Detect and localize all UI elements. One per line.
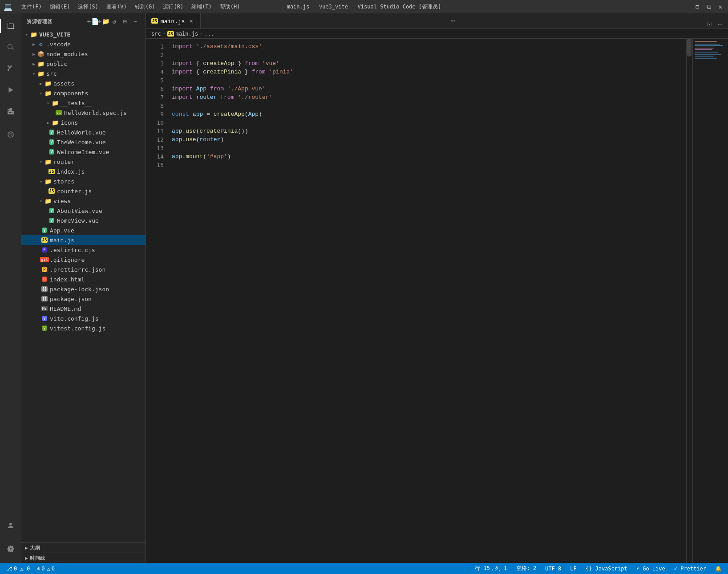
status-prettier[interactable]: ✓ Prettier xyxy=(672,563,708,574)
tree-main-js[interactable]: JS main.js xyxy=(21,235,146,245)
code-content[interactable]: import './assets/main.css' import { crea… xyxy=(168,39,686,563)
tree-node-modules[interactable]: ▶ 📦 node_modules xyxy=(21,49,146,59)
scrollbar-thumb[interactable] xyxy=(687,39,692,57)
status-git[interactable]: ⎇ 0 △ 0 xyxy=(4,563,32,574)
node-modules-arrow[interactable]: ▶ xyxy=(30,50,37,57)
vscode-arrow[interactable]: ▶ xyxy=(30,41,37,48)
titlebar-menu-F[interactable]: 文件(F) xyxy=(18,2,45,12)
tree-homeview-vue[interactable]: V HomeView.vue xyxy=(21,216,146,225)
split-editor-button[interactable]: ⊡ xyxy=(705,20,714,28)
tree-components[interactable]: ▾ 📁 components xyxy=(21,88,146,98)
hv-spacer xyxy=(44,217,48,224)
tab-close-button[interactable]: × xyxy=(188,17,195,24)
assets-arrow[interactable]: ▶ xyxy=(37,80,44,87)
breadcrumb-dots[interactable]: ... xyxy=(204,31,214,37)
tree-package-lock[interactable]: {} package-lock.json xyxy=(21,284,146,294)
tab-main-js[interactable]: JS main.js × xyxy=(146,13,201,28)
close-button[interactable]: ✕ xyxy=(716,3,724,11)
more-actions-icon[interactable]: ⋯ xyxy=(131,17,140,26)
tree-helloworld-vue[interactable]: V HelloWorld.vue xyxy=(21,127,146,137)
activity-account[interactable] xyxy=(0,515,21,536)
tree-eslintrc[interactable]: E .eslintrc.cjs xyxy=(21,245,146,255)
titlebar-menu-S[interactable]: 选择(S) xyxy=(74,2,102,12)
titlebar-menu-V[interactable]: 查看(V) xyxy=(103,2,130,12)
status-position[interactable]: 行 15，列 1 xyxy=(473,563,509,574)
tree-tests[interactable]: ▾ 📁 __tests__ xyxy=(21,98,146,108)
tree-icons[interactable]: ▶ 📁 icons xyxy=(21,118,146,127)
tree-thewelcome-vue[interactable]: V TheWelcome.vue xyxy=(21,137,146,147)
tree-public[interactable]: ▶ 📁 public xyxy=(21,59,146,69)
icons-arrow[interactable]: ▶ xyxy=(44,119,52,126)
line-number-8: 8 xyxy=(146,102,164,110)
new-folder-icon[interactable]: +📁 xyxy=(99,17,108,26)
breadcrumb-src[interactable]: src xyxy=(151,31,161,37)
timeline-header[interactable]: ▶ 时间线 xyxy=(21,553,146,563)
tree-gitignore[interactable]: git .gitignore xyxy=(21,255,146,265)
activity-settings[interactable] xyxy=(0,538,21,559)
status-notifications[interactable]: 🔔 xyxy=(713,563,724,574)
tab-more-button[interactable]: ⋯ xyxy=(446,13,459,28)
titlebar-menu-H[interactable]: 帮助(H) xyxy=(216,2,244,12)
editor-scrollbar[interactable] xyxy=(686,39,692,563)
tree-app-vue[interactable]: V App.vue xyxy=(21,225,146,235)
status-eol[interactable]: LF xyxy=(568,563,578,574)
tree-readme[interactable]: M↓ README.md xyxy=(21,304,146,313)
tree-counter-js[interactable]: JS counter.js xyxy=(21,186,146,196)
router-arrow[interactable]: ▾ xyxy=(37,158,44,165)
tree-assets[interactable]: ▶ 📁 assets xyxy=(21,78,146,88)
tree-router[interactable]: ▾ 📁 router xyxy=(21,157,146,167)
new-file-icon[interactable]: +📄 xyxy=(89,17,97,26)
components-arrow[interactable]: ▾ xyxy=(37,90,44,97)
maximize-button[interactable]: ⧉ xyxy=(705,3,713,11)
activity-explorer[interactable] xyxy=(0,15,21,37)
line-number-15: 15 xyxy=(146,161,164,169)
stores-icon: 📁 xyxy=(44,178,52,185)
refresh-icon[interactable]: ↺ xyxy=(110,17,119,26)
tree-views[interactable]: ▾ 📁 views xyxy=(21,196,146,206)
tree-aboutview-vue[interactable]: V AboutView.vue xyxy=(21,206,146,216)
stores-arrow[interactable]: ▾ xyxy=(37,178,44,185)
collapse-all-icon[interactable]: ⊟ xyxy=(121,17,129,26)
titlebar-menu-T[interactable]: 终端(T) xyxy=(188,2,215,12)
timeline-label: 时间线 xyxy=(30,555,45,562)
minimize-button[interactable]: ⊟ xyxy=(693,3,701,11)
titlebar-menu-G[interactable]: 转到(G) xyxy=(131,2,159,12)
tree-project-root[interactable]: ▾ 📁 VUE3_VITE xyxy=(21,29,146,39)
tree-src[interactable]: ▾ 📁 src xyxy=(21,69,146,78)
editor-more-button[interactable]: ⋯ xyxy=(716,20,724,28)
status-language[interactable]: {} JavaScript xyxy=(584,563,629,574)
src-arrow[interactable]: ▾ xyxy=(30,70,37,77)
html-icon: H xyxy=(41,276,48,283)
activity-run[interactable] xyxy=(0,79,21,101)
tree-package-json[interactable]: {} package.json xyxy=(21,294,146,304)
tree-vitest-config[interactable]: V vitest.config.js xyxy=(21,323,146,333)
tree-vscode[interactable]: ▶ ⚙ .vscode xyxy=(21,39,146,49)
tree-prettierrc[interactable]: P .prettierrc.json xyxy=(21,265,146,274)
status-golive[interactable]: ⚡ Go Live xyxy=(635,563,667,574)
activity-search[interactable] xyxy=(0,37,21,58)
outline-header[interactable]: ▶ 大纲 xyxy=(21,543,146,553)
helloworld-spec-label: HelloWorld.spec.js xyxy=(64,110,142,116)
tree-index-html[interactable]: H index.html xyxy=(21,274,146,284)
activity-extensions[interactable] xyxy=(0,101,21,122)
tree-stores[interactable]: ▾ 📁 stores xyxy=(21,176,146,186)
status-spaces[interactable]: 空格: 2 xyxy=(514,563,538,574)
activity-scm[interactable] xyxy=(0,58,21,79)
project-arrow[interactable]: ▾ xyxy=(23,31,30,38)
stores-label: stores xyxy=(53,178,142,185)
breadcrumb-main-js[interactable]: main.js xyxy=(176,31,198,37)
tests-arrow[interactable]: ▾ xyxy=(44,99,52,106)
tree-helloworld-spec[interactable]: vi HelloWorld.spec.js xyxy=(21,108,146,118)
package-json-label: package.json xyxy=(50,296,142,302)
tree-vite-config[interactable]: V vite.config.js xyxy=(21,313,146,323)
titlebar-menu-E[interactable]: 编辑(E) xyxy=(46,2,74,12)
status-encoding[interactable]: UTF-8 xyxy=(543,563,563,574)
public-arrow[interactable]: ▶ xyxy=(30,60,37,67)
activity-ai[interactable] xyxy=(0,124,21,145)
tab-label: main.js xyxy=(161,18,185,24)
tree-router-index[interactable]: JS index.js xyxy=(21,167,146,176)
tree-welcomeitem-vue[interactable]: V WelcomeItem.vue xyxy=(21,147,146,157)
status-errors[interactable]: ⊗ 0 △ 0 xyxy=(35,563,57,574)
titlebar-menu-R[interactable]: 运行(R) xyxy=(159,2,187,12)
views-arrow[interactable]: ▾ xyxy=(37,197,44,204)
